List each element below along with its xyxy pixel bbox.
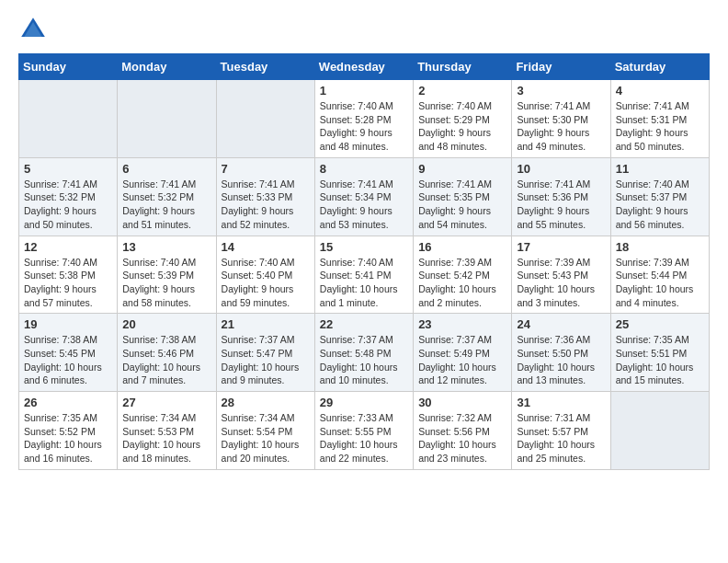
calendar-day-31: 31Sunrise: 7:31 AM Sunset: 5:57 PM Dayli… [512, 392, 610, 470]
day-info: Sunrise: 7:41 AM Sunset: 5:34 PM Dayligh… [320, 178, 408, 232]
day-info: Sunrise: 7:36 AM Sunset: 5:50 PM Dayligh… [517, 333, 605, 387]
day-info: Sunrise: 7:40 AM Sunset: 5:39 PM Dayligh… [122, 256, 210, 310]
page-header [18, 15, 710, 44]
empty-cell [118, 80, 216, 158]
calendar-day-27: 27Sunrise: 7:34 AM Sunset: 5:53 PM Dayli… [118, 392, 216, 470]
day-info: Sunrise: 7:35 AM Sunset: 5:52 PM Dayligh… [24, 411, 112, 465]
calendar-day-23: 23Sunrise: 7:37 AM Sunset: 5:49 PM Dayli… [414, 314, 512, 392]
day-info: Sunrise: 7:37 AM Sunset: 5:49 PM Dayligh… [418, 333, 506, 387]
day-info: Sunrise: 7:37 AM Sunset: 5:48 PM Dayligh… [320, 333, 408, 387]
day-number: 13 [122, 240, 210, 254]
empty-cell [610, 392, 709, 470]
day-info: Sunrise: 7:38 AM Sunset: 5:46 PM Dayligh… [122, 333, 210, 387]
day-number: 6 [122, 162, 210, 176]
day-info: Sunrise: 7:40 AM Sunset: 5:38 PM Dayligh… [24, 256, 112, 310]
calendar-day-14: 14Sunrise: 7:40 AM Sunset: 5:40 PM Dayli… [216, 236, 314, 314]
day-info: Sunrise: 7:41 AM Sunset: 5:33 PM Dayligh… [222, 178, 310, 232]
day-info: Sunrise: 7:40 AM Sunset: 5:29 PM Dayligh… [418, 99, 506, 154]
day-info: Sunrise: 7:41 AM Sunset: 5:31 PM Dayligh… [616, 99, 704, 154]
day-info: Sunrise: 7:37 AM Sunset: 5:47 PM Dayligh… [222, 333, 310, 387]
day-info: Sunrise: 7:40 AM Sunset: 5:40 PM Dayligh… [222, 256, 310, 310]
calendar-day-26: 26Sunrise: 7:35 AM Sunset: 5:52 PM Dayli… [19, 392, 118, 470]
day-number: 3 [517, 84, 605, 98]
day-info: Sunrise: 7:33 AM Sunset: 5:55 PM Dayligh… [320, 411, 408, 465]
calendar-week-row: 5Sunrise: 7:41 AM Sunset: 5:32 PM Daylig… [19, 157, 710, 236]
day-number: 1 [320, 84, 408, 98]
day-number: 5 [24, 162, 112, 176]
day-number: 26 [24, 396, 112, 409]
day-info: Sunrise: 7:41 AM Sunset: 5:35 PM Dayligh… [418, 178, 506, 232]
calendar-week-row: 12Sunrise: 7:40 AM Sunset: 5:38 PM Dayli… [19, 236, 710, 314]
calendar-day-2: 2Sunrise: 7:40 AM Sunset: 5:29 PM Daylig… [414, 80, 512, 158]
logo-icon [18, 15, 48, 44]
day-number: 19 [24, 317, 112, 331]
calendar-week-row: 26Sunrise: 7:35 AM Sunset: 5:52 PM Dayli… [19, 392, 710, 470]
calendar-day-21: 21Sunrise: 7:37 AM Sunset: 5:47 PM Dayli… [216, 314, 314, 392]
empty-cell [216, 80, 314, 158]
day-number: 20 [122, 317, 210, 331]
day-number: 23 [418, 317, 506, 331]
calendar-day-24: 24Sunrise: 7:36 AM Sunset: 5:50 PM Dayli… [512, 314, 610, 392]
day-info: Sunrise: 7:40 AM Sunset: 5:37 PM Dayligh… [616, 178, 704, 232]
day-info: Sunrise: 7:41 AM Sunset: 5:36 PM Dayligh… [517, 178, 605, 232]
day-number: 9 [418, 162, 506, 176]
day-number: 27 [122, 396, 210, 409]
calendar-day-28: 28Sunrise: 7:34 AM Sunset: 5:54 PM Dayli… [216, 392, 314, 470]
calendar-day-8: 8Sunrise: 7:41 AM Sunset: 5:34 PM Daylig… [314, 157, 413, 236]
day-number: 17 [517, 240, 605, 254]
day-number: 12 [24, 240, 112, 254]
calendar-day-19: 19Sunrise: 7:38 AM Sunset: 5:45 PM Dayli… [19, 314, 118, 392]
weekday-header-monday: Monday [118, 54, 216, 80]
day-info: Sunrise: 7:39 AM Sunset: 5:42 PM Dayligh… [418, 256, 506, 310]
weekday-header-saturday: Saturday [610, 54, 709, 80]
day-info: Sunrise: 7:39 AM Sunset: 5:43 PM Dayligh… [517, 256, 605, 310]
day-number: 11 [616, 162, 704, 176]
calendar-day-1: 1Sunrise: 7:40 AM Sunset: 5:28 PM Daylig… [314, 80, 413, 158]
weekday-header-sunday: Sunday [19, 54, 118, 80]
day-number: 29 [320, 396, 408, 409]
weekday-header-row: SundayMondayTuesdayWednesdayThursdayFrid… [19, 54, 710, 80]
calendar-day-18: 18Sunrise: 7:39 AM Sunset: 5:44 PM Dayli… [610, 236, 709, 314]
day-info: Sunrise: 7:41 AM Sunset: 5:32 PM Dayligh… [24, 178, 112, 232]
calendar-day-7: 7Sunrise: 7:41 AM Sunset: 5:33 PM Daylig… [216, 157, 314, 236]
day-info: Sunrise: 7:40 AM Sunset: 5:41 PM Dayligh… [320, 256, 408, 310]
logo [18, 15, 53, 44]
calendar-day-4: 4Sunrise: 7:41 AM Sunset: 5:31 PM Daylig… [610, 80, 709, 158]
weekday-header-wednesday: Wednesday [314, 54, 413, 80]
calendar-day-13: 13Sunrise: 7:40 AM Sunset: 5:39 PM Dayli… [118, 236, 216, 314]
calendar-header: SundayMondayTuesdayWednesdayThursdayFrid… [19, 54, 710, 80]
day-number: 16 [418, 240, 506, 254]
calendar-table: SundayMondayTuesdayWednesdayThursdayFrid… [18, 53, 710, 470]
day-number: 4 [616, 84, 704, 98]
weekday-header-thursday: Thursday [414, 54, 512, 80]
calendar-day-11: 11Sunrise: 7:40 AM Sunset: 5:37 PM Dayli… [610, 157, 709, 236]
calendar-day-12: 12Sunrise: 7:40 AM Sunset: 5:38 PM Dayli… [19, 236, 118, 314]
day-number: 30 [418, 396, 506, 409]
day-number: 31 [517, 396, 605, 409]
day-number: 7 [222, 162, 310, 176]
calendar-day-5: 5Sunrise: 7:41 AM Sunset: 5:32 PM Daylig… [19, 157, 118, 236]
calendar-day-25: 25Sunrise: 7:35 AM Sunset: 5:51 PM Dayli… [610, 314, 709, 392]
day-number: 25 [616, 317, 704, 331]
calendar-day-17: 17Sunrise: 7:39 AM Sunset: 5:43 PM Dayli… [512, 236, 610, 314]
day-number: 15 [320, 240, 408, 254]
day-number: 8 [320, 162, 408, 176]
calendar-day-20: 20Sunrise: 7:38 AM Sunset: 5:46 PM Dayli… [118, 314, 216, 392]
day-number: 14 [222, 240, 310, 254]
day-number: 2 [418, 84, 506, 98]
calendar-day-30: 30Sunrise: 7:32 AM Sunset: 5:56 PM Dayli… [414, 392, 512, 470]
day-number: 22 [320, 317, 408, 331]
day-info: Sunrise: 7:40 AM Sunset: 5:28 PM Dayligh… [320, 99, 408, 154]
calendar-week-row: 19Sunrise: 7:38 AM Sunset: 5:45 PM Dayli… [19, 314, 710, 392]
weekday-header-tuesday: Tuesday [216, 54, 314, 80]
weekday-header-friday: Friday [512, 54, 610, 80]
calendar-day-10: 10Sunrise: 7:41 AM Sunset: 5:36 PM Dayli… [512, 157, 610, 236]
calendar-week-row: 1Sunrise: 7:40 AM Sunset: 5:28 PM Daylig… [19, 80, 710, 158]
day-info: Sunrise: 7:38 AM Sunset: 5:45 PM Dayligh… [24, 333, 112, 387]
day-number: 18 [616, 240, 704, 254]
day-number: 10 [517, 162, 605, 176]
day-number: 21 [222, 317, 310, 331]
calendar-day-3: 3Sunrise: 7:41 AM Sunset: 5:30 PM Daylig… [512, 80, 610, 158]
day-info: Sunrise: 7:41 AM Sunset: 5:30 PM Dayligh… [517, 99, 605, 154]
day-number: 24 [517, 317, 605, 331]
